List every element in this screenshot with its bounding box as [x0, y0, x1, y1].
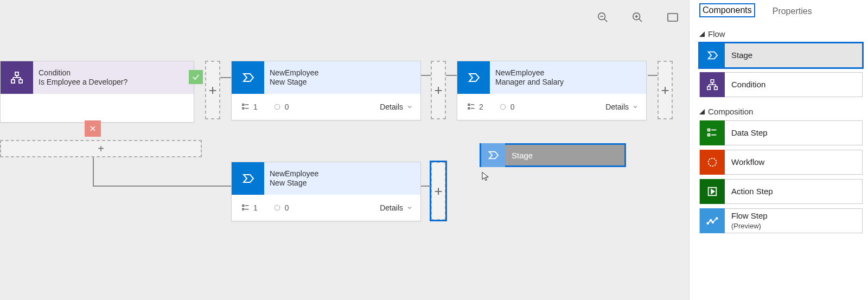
svg-rect-41 [714, 87, 718, 90]
svg-rect-20 [242, 107, 244, 109]
svg-rect-49 [708, 134, 710, 136]
flow-step-icon [700, 208, 725, 233]
component-condition[interactable]: Condition [699, 72, 863, 97]
dropzone-after-stage-3[interactable]: + [431, 162, 446, 220]
sidebar-panel: Components Properties Flow Stage Conditi… [689, 0, 868, 300]
stage-name: Manager and Salary [495, 78, 641, 87]
zoom-out-icon[interactable] [597, 11, 609, 25]
svg-rect-40 [707, 87, 711, 90]
steps-count-icon: 1 [241, 203, 258, 212]
condition-icon [1, 61, 33, 94]
collapse-icon [699, 109, 705, 114]
tab-components[interactable]: Components [699, 3, 755, 17]
section-flow[interactable]: Flow [699, 29, 863, 39]
svg-rect-24 [468, 104, 470, 106]
svg-point-54 [707, 222, 709, 224]
stage-entity: NewEmployee [495, 68, 641, 78]
svg-rect-10 [19, 80, 22, 83]
svg-marker-35 [489, 152, 499, 159]
details-toggle[interactable]: Details [380, 103, 413, 111]
trigger-count-icon: 0 [273, 103, 289, 111]
dropzone-after-stage-1[interactable]: + [431, 61, 446, 119]
stage-entity: NewEmployee [270, 68, 415, 78]
component-data-step[interactable]: Data Step [699, 120, 863, 145]
action-step-icon [700, 179, 725, 204]
trigger-count-icon: 0 [273, 203, 289, 212]
svg-marker-17 [244, 74, 253, 81]
stage-card-2[interactable]: NewEmployee Manager and Salary 2 0 Detai… [457, 61, 647, 120]
svg-point-51 [709, 158, 717, 167]
cursor-icon [481, 170, 490, 180]
svg-rect-7 [668, 14, 678, 21]
svg-rect-47 [708, 129, 710, 131]
designer-canvas[interactable]: Condition Is Employee a Developer? + + +… [0, 0, 689, 300]
svg-marker-29 [244, 175, 253, 182]
drag-ghost-stage: Stage [480, 143, 626, 167]
stage-entity: NewEmployee [270, 169, 415, 178]
svg-point-34 [275, 205, 279, 210]
workflow-icon [700, 150, 725, 175]
sidebar-tabs: Components Properties [699, 3, 863, 20]
tab-properties[interactable]: Properties [770, 5, 814, 17]
svg-rect-9 [11, 80, 15, 83]
stage-icon [232, 61, 264, 94]
stage-icon [232, 162, 264, 195]
svg-rect-18 [242, 104, 244, 106]
dropzone-after-stage-2[interactable]: + [658, 61, 673, 119]
svg-marker-53 [711, 189, 714, 193]
stage-icon [457, 61, 490, 94]
svg-rect-8 [15, 72, 18, 75]
stage-card-1[interactable]: NewEmployee New Stage 1 0 Details [231, 61, 421, 120]
svg-marker-36 [482, 173, 488, 181]
stage-name: New Stage [270, 178, 415, 188]
steps-count-icon: 2 [467, 103, 483, 111]
fit-screen-icon[interactable] [666, 11, 679, 26]
svg-line-1 [604, 19, 608, 22]
component-action-step[interactable]: Action Step [699, 179, 863, 204]
details-toggle[interactable]: Details [380, 203, 413, 212]
svg-point-28 [500, 104, 505, 109]
svg-marker-38 [709, 52, 718, 59]
stage-icon [700, 43, 725, 68]
stage-name: New Stage [270, 78, 415, 87]
condition-icon [700, 72, 725, 97]
details-toggle[interactable]: Details [605, 103, 639, 111]
svg-point-22 [275, 104, 279, 109]
component-stage[interactable]: Stage [699, 43, 863, 68]
svg-rect-30 [242, 205, 244, 207]
svg-point-56 [712, 221, 714, 223]
svg-rect-39 [711, 80, 714, 83]
condition-card[interactable]: Condition Is Employee a Developer? [0, 61, 194, 123]
false-branch-icon [85, 120, 101, 137]
dropzone-after-condition[interactable]: + [205, 61, 220, 119]
canvas-toolbar [597, 11, 679, 26]
trigger-count-icon: 0 [499, 103, 515, 111]
stage-icon [481, 143, 505, 167]
steps-count-icon: 1 [241, 103, 258, 111]
svg-line-4 [639, 19, 642, 22]
svg-marker-46 [699, 109, 705, 114]
section-composition[interactable]: Composition [699, 107, 863, 116]
condition-subtitle: Is Employee a Developer? [39, 78, 188, 87]
condition-title: Condition [39, 68, 188, 78]
dropzone-false-branch[interactable]: + [0, 140, 202, 157]
svg-rect-32 [242, 208, 244, 210]
collapse-icon [699, 31, 705, 37]
stage-card-3[interactable]: NewEmployee New Stage 1 0 Details [231, 162, 421, 221]
data-step-icon [700, 120, 725, 145]
svg-rect-26 [468, 107, 470, 109]
svg-marker-37 [699, 31, 705, 37]
zoom-in-icon[interactable] [631, 11, 643, 25]
component-workflow[interactable]: Workflow [699, 150, 863, 175]
svg-point-57 [716, 218, 718, 219]
true-branch-icon [189, 70, 203, 84]
svg-marker-23 [469, 74, 479, 81]
component-flow-step[interactable]: Flow Step (Preview) [699, 208, 863, 233]
svg-point-55 [710, 220, 712, 221]
